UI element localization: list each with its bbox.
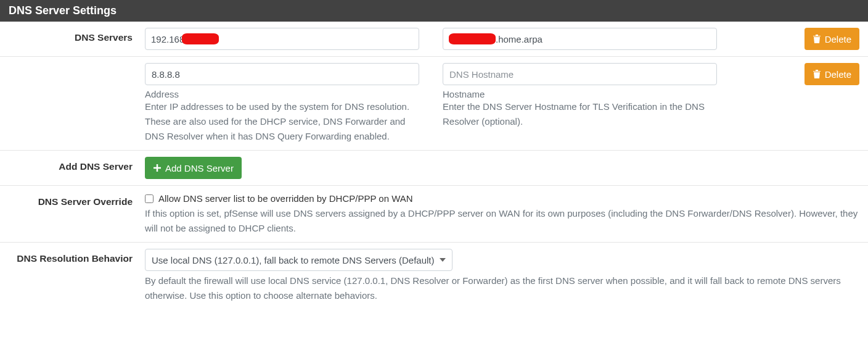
hostname-help-text: Enter the DNS Server Hostname for TLS Ve… [443,99,714,129]
address-field-label: Address [145,89,419,99]
dns-resolution-select[interactable]: Use local DNS (127.0.0.1), fall back to … [145,249,452,271]
delete-button-1[interactable]: Delete [805,63,859,85]
add-dns-server-button-label: Add DNS Server [165,163,234,173]
dns-override-checkbox[interactable] [145,194,154,203]
dns-override-help: If this option is set, pfSense will use … [145,206,859,236]
hostname-field-label: Hostname [443,89,717,99]
dns-servers-row-1: Address Enter IP addresses to be used by… [0,57,868,151]
address-help-text: Enter IP addresses to be used by the sys… [145,99,416,144]
dns-override-label: DNS Server Override [0,192,145,236]
dns-override-checkbox-label: Allow DNS server list to be overridden b… [158,193,413,204]
delete-label: Delete [825,69,851,80]
dns-resolution-help: By default the firewall will use local D… [145,273,859,303]
dns-resolution-row: DNS Resolution Behavior Use local DNS (1… [0,243,868,309]
dns-address-input-0[interactable] [145,28,419,50]
panel-header: DNS Server Settings [0,0,868,22]
delete-label: Delete [825,34,851,44]
dns-hostname-input-1[interactable] [443,63,717,85]
dns-servers-label: DNS Servers [0,28,145,50]
dns-override-row: DNS Server Override Allow DNS server lis… [0,186,868,243]
panel-title: DNS Server Settings [9,4,117,17]
dns-resolution-label: DNS Resolution Behavior [0,249,145,303]
trash-icon [813,34,821,44]
delete-button-0[interactable]: Delete [805,28,859,50]
dns-hostname-input-0[interactable] [443,28,717,50]
trash-icon [813,69,821,79]
dns-address-input-1[interactable] [145,63,419,85]
dns-servers-row-0: DNS Servers 192.168 .home.arpa [0,22,868,57]
plus-icon [153,164,162,172]
add-dns-server-button[interactable]: Add DNS Server [145,157,242,179]
add-dns-server-label: Add DNS Server [0,157,145,179]
add-dns-server-row: Add DNS Server Add DNS Server [0,151,868,186]
